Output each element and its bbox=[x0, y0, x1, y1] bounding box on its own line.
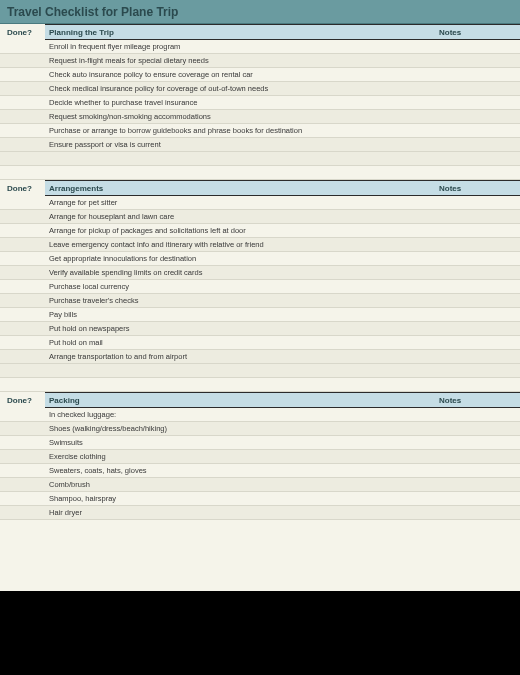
item-cell: Arrange for pickup of packages and solic… bbox=[45, 226, 435, 235]
notes-header: Notes bbox=[435, 184, 520, 193]
checklist-row: Purchase or arrange to borrow guidebooks… bbox=[0, 124, 520, 138]
section-header: Done?ArrangementsNotes bbox=[0, 180, 520, 196]
section-title: Arrangements bbox=[45, 184, 435, 193]
item-cell: Comb/brush bbox=[45, 480, 435, 489]
item-cell: Sweaters, coats, hats, gloves bbox=[45, 466, 435, 475]
done-header: Done? bbox=[0, 396, 45, 405]
item-cell: Ensure passport or visa is current bbox=[45, 140, 435, 149]
checklist-row: Purchase traveler's checks bbox=[0, 294, 520, 308]
checklist-row: Arrange for pet sitter bbox=[0, 196, 520, 210]
checklist-container: Done?Planning the TripNotesEnroll in fre… bbox=[0, 24, 520, 520]
checklist-row: Check auto insurance policy to ensure co… bbox=[0, 68, 520, 82]
checklist-row: Arrange for houseplant and lawn care bbox=[0, 210, 520, 224]
checklist-row: Check medical insurance policy for cover… bbox=[0, 82, 520, 96]
checklist-row: Leave emergency contact info and itinera… bbox=[0, 238, 520, 252]
checklist-row: Hair dryer bbox=[0, 506, 520, 520]
section-title: Planning the Trip bbox=[45, 28, 435, 37]
section-title: Packing bbox=[45, 396, 435, 405]
item-cell: Leave emergency contact info and itinera… bbox=[45, 240, 435, 249]
item-cell: Verify available spending limits on cred… bbox=[45, 268, 435, 277]
checklist-row: Sweaters, coats, hats, gloves bbox=[0, 464, 520, 478]
done-header: Done? bbox=[0, 184, 45, 193]
item-cell: In checked luggage: bbox=[45, 410, 435, 419]
item-cell: Put hold on mail bbox=[45, 338, 435, 347]
checklist-row: Decide whether to purchase travel insura… bbox=[0, 96, 520, 110]
item-cell: Get appropriate innoculations for destin… bbox=[45, 254, 435, 263]
blank-row bbox=[0, 364, 520, 378]
item-cell: Purchase local currency bbox=[45, 282, 435, 291]
item-cell: Arrange for houseplant and lawn care bbox=[45, 212, 435, 221]
notes-header: Notes bbox=[435, 28, 520, 37]
bottom-crop bbox=[0, 591, 520, 675]
title-bar: Travel Checklist for Plane Trip bbox=[0, 0, 520, 24]
item-cell: Put hold on newspapers bbox=[45, 324, 435, 333]
item-cell: Request smoking/non-smoking accommodatio… bbox=[45, 112, 435, 121]
checklist-row: Put hold on newspapers bbox=[0, 322, 520, 336]
blank-row bbox=[0, 378, 520, 392]
item-cell: Shoes (walking/dress/beach/hiking) bbox=[45, 424, 435, 433]
section-header: Done?PackingNotes bbox=[0, 392, 520, 408]
item-cell: Purchase traveler's checks bbox=[45, 296, 435, 305]
checklist-row: In checked luggage: bbox=[0, 408, 520, 422]
checklist-row: Put hold on mail bbox=[0, 336, 520, 350]
checklist-row: Get appropriate innoculations for destin… bbox=[0, 252, 520, 266]
checklist-row: Enroll in frequent flyer mileage program bbox=[0, 40, 520, 54]
checklist-row: Purchase local currency bbox=[0, 280, 520, 294]
checklist-row: Exercise clothing bbox=[0, 450, 520, 464]
item-cell: Arrange for pet sitter bbox=[45, 198, 435, 207]
checklist-row: Arrange for pickup of packages and solic… bbox=[0, 224, 520, 238]
item-cell: Request in-flight meals for special diet… bbox=[45, 56, 435, 65]
checklist-row: Request smoking/non-smoking accommodatio… bbox=[0, 110, 520, 124]
checklist-row: Comb/brush bbox=[0, 478, 520, 492]
item-cell: Swimsuits bbox=[45, 438, 435, 447]
checklist-row: Shoes (walking/dress/beach/hiking) bbox=[0, 422, 520, 436]
done-header: Done? bbox=[0, 28, 45, 37]
item-cell: Pay bills bbox=[45, 310, 435, 319]
item-cell: Purchase or arrange to borrow guidebooks… bbox=[45, 126, 435, 135]
blank-row bbox=[0, 152, 520, 166]
checklist-row: Arrange transportation to and from airpo… bbox=[0, 350, 520, 364]
item-cell: Enroll in frequent flyer mileage program bbox=[45, 42, 435, 51]
item-cell: Check medical insurance policy for cover… bbox=[45, 84, 435, 93]
item-cell: Shampoo, hairspray bbox=[45, 494, 435, 503]
notes-header: Notes bbox=[435, 396, 520, 405]
checklist-row: Swimsuits bbox=[0, 436, 520, 450]
item-cell: Exercise clothing bbox=[45, 452, 435, 461]
item-cell: Arrange transportation to and from airpo… bbox=[45, 352, 435, 361]
checklist-row: Shampoo, hairspray bbox=[0, 492, 520, 506]
checklist-row: Verify available spending limits on cred… bbox=[0, 266, 520, 280]
page-title: Travel Checklist for Plane Trip bbox=[0, 0, 520, 24]
checklist-row: Pay bills bbox=[0, 308, 520, 322]
checklist-row: Ensure passport or visa is current bbox=[0, 138, 520, 152]
section-header: Done?Planning the TripNotes bbox=[0, 24, 520, 40]
item-cell: Check auto insurance policy to ensure co… bbox=[45, 70, 435, 79]
checklist-row: Request in-flight meals for special diet… bbox=[0, 54, 520, 68]
blank-row bbox=[0, 166, 520, 180]
item-cell: Hair dryer bbox=[45, 508, 435, 517]
item-cell: Decide whether to purchase travel insura… bbox=[45, 98, 435, 107]
